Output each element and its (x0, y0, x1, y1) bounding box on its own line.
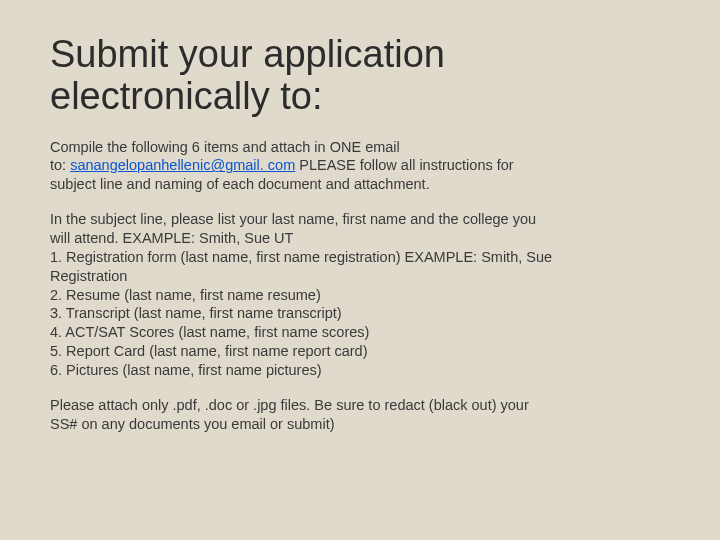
intro-line-2-prefix: to: (50, 157, 70, 173)
page-title: Submit your application electronically t… (50, 34, 670, 118)
intro-paragraph: Compile the following 6 items and attach… (50, 138, 670, 195)
item-4: 4. ACT/SAT Scores (last name, first name… (50, 323, 670, 342)
intro-line-2-after: PLEASE follow all instructions for (295, 157, 513, 173)
email-link[interactable]: sanangelopanhellenic@gmail. com (70, 157, 295, 173)
intro-line-3: subject line and naming of each document… (50, 175, 670, 194)
item-2: 2. Resume (last name, first name resume) (50, 286, 670, 305)
subject-paragraph: In the subject line, please list your la… (50, 210, 670, 380)
intro-line-2: to: sanangelopanhellenic@gmail. com PLEA… (50, 156, 670, 175)
body-text: Compile the following 6 items and attach… (50, 138, 670, 434)
closing-line-2: SS# on any documents you email or submit… (50, 415, 670, 434)
subject-line-1: In the subject line, please list your la… (50, 210, 670, 229)
slide: Submit your application electronically t… (0, 0, 720, 540)
item-1: 1. Registration form (last name, first n… (50, 248, 670, 267)
subject-line-2: will attend. EXAMPLE: Smith, Sue UT (50, 229, 670, 248)
item-1b: Registration (50, 267, 670, 286)
item-5: 5. Report Card (last name, first name re… (50, 342, 670, 361)
intro-line-1: Compile the following 6 items and attach… (50, 138, 670, 157)
closing-paragraph: Please attach only .pdf, .doc or .jpg fi… (50, 396, 670, 434)
item-3: 3. Transcript (last name, first name tra… (50, 304, 670, 323)
item-6: 6. Pictures (last name, first name pictu… (50, 361, 670, 380)
closing-line-1: Please attach only .pdf, .doc or .jpg fi… (50, 396, 670, 415)
